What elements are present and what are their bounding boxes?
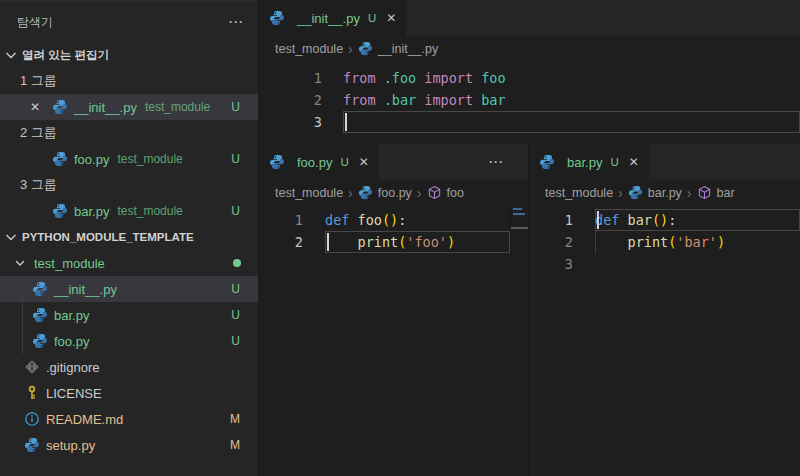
code-token <box>619 212 627 228</box>
code-token: print <box>358 234 399 250</box>
code-line-content[interactable]: print('bar') <box>595 231 800 253</box>
editor-actions-icon[interactable]: ⋯ <box>488 144 504 180</box>
code-token <box>376 92 384 108</box>
python-icon <box>269 10 285 26</box>
code-token: bar <box>628 212 652 228</box>
git-status-badge: M <box>230 412 240 426</box>
code-token: print <box>628 234 669 250</box>
chevron-down-icon <box>3 47 19 63</box>
python-icon <box>32 307 48 323</box>
minimap-slider[interactable] <box>511 227 528 229</box>
code-line-content[interactable]: from .foo import foo <box>343 67 800 89</box>
file-name: __init__.py <box>74 100 137 115</box>
code-token: 'foo' <box>406 234 447 250</box>
tab-__init__.py[interactable]: __init__.pyU✕ <box>259 0 406 36</box>
indent-guide <box>22 276 23 302</box>
file-tree: test_module__init__.pyUbar.pyUfoo.pyU.gi… <box>0 250 258 458</box>
breadcrumb-item[interactable]: test_module <box>275 186 343 200</box>
tab-bar: __init__.pyU✕ <box>259 0 800 36</box>
tab-foo.py[interactable]: foo.pyU✕ <box>259 144 379 180</box>
open-editor-item[interactable]: foo.pytest_moduleU <box>0 146 258 172</box>
tab-label: __init__.py <box>297 11 360 26</box>
code-token: bar <box>481 92 505 108</box>
close-icon[interactable]: ✕ <box>386 11 396 25</box>
file-description: test_module <box>117 152 182 166</box>
open-editors-group-label: 1 그룹 <box>0 68 258 94</box>
breadcrumb-item[interactable]: bar <box>717 186 735 200</box>
cube-icon <box>427 185 442 200</box>
line-number: 3 <box>259 111 343 133</box>
editor-groups: __init__.pyU✕test_module›__init__.py1fro… <box>259 0 800 476</box>
breadcrumb-item[interactable]: test_module <box>275 42 343 56</box>
code-line-content[interactable]: def bar(): <box>595 209 800 231</box>
tree-item-bar.py[interactable]: bar.pyU <box>0 302 258 328</box>
line-number: 3 <box>529 253 595 275</box>
tree-folder-test_module[interactable]: test_module <box>0 250 258 276</box>
code-line-content[interactable] <box>595 253 800 275</box>
code-line: 1from .foo import foo <box>259 67 800 89</box>
breadcrumb-item[interactable]: foo.py <box>378 186 412 200</box>
code-token: ) <box>717 234 725 250</box>
code-token: .bar <box>384 92 417 108</box>
code-line-content[interactable]: from .bar import bar <box>343 89 800 111</box>
python-icon <box>32 281 48 297</box>
open-editors-group-label: 2 그룹 <box>0 120 258 146</box>
chevron-right-icon: › <box>618 185 623 201</box>
breadcrumb[interactable]: test_module›foo.py›foo <box>259 180 528 205</box>
code-line: 3 <box>259 111 800 133</box>
file-name: bar.py <box>74 204 109 219</box>
tree-item-.gitignore[interactable]: .gitignore <box>0 354 258 380</box>
tree-item-foo.py[interactable]: foo.pyU <box>0 328 258 354</box>
more-actions-icon[interactable]: ⋯ <box>228 13 244 31</box>
python-icon <box>24 437 40 453</box>
tab-bar.py[interactable]: bar.pyU✕ <box>529 144 649 180</box>
tree-item-setup.py[interactable]: setup.pyM <box>0 432 258 458</box>
tree-item-README.md[interactable]: README.mdM <box>0 406 258 432</box>
code-line-content[interactable]: def foo(): <box>325 209 510 231</box>
editor-pane-init: __init__.pyU✕test_module›__init__.py1fro… <box>259 0 800 143</box>
code-token <box>376 70 384 86</box>
code-line: 1def bar(): <box>529 209 800 231</box>
open-editor-item[interactable]: bar.pytest_moduleU <box>0 198 258 224</box>
breadcrumb-item[interactable]: bar.py <box>648 186 682 200</box>
line-number: 2 <box>529 231 595 253</box>
breadcrumb-item[interactable]: test_module <box>545 186 613 200</box>
tree-item-LICENSE[interactable]: LICENSE <box>0 380 258 406</box>
bottom-editor-row: foo.pyU✕⋯test_module›foo.py›foo1def foo(… <box>259 143 800 476</box>
file-name: foo.py <box>74 152 109 167</box>
python-icon <box>628 185 643 200</box>
close-icon[interactable]: ✕ <box>359 155 369 169</box>
open-editor-item[interactable]: ✕__init__.pytest_moduleU <box>0 94 258 120</box>
python-icon <box>358 41 373 56</box>
tree-item-__init__.py[interactable]: __init__.pyU <box>0 276 258 302</box>
python-icon <box>52 203 68 219</box>
project-root-header[interactable]: PYTHON_MODULE_TEMPLATE <box>0 224 258 250</box>
code-token <box>473 70 481 86</box>
open-editors-header[interactable]: 열려 있는 편집기 <box>0 42 258 68</box>
breadcrumb-item[interactable]: __init__.py <box>378 42 438 56</box>
minimap[interactable] <box>510 205 528 253</box>
file-name: setup.py <box>46 438 95 453</box>
breadcrumb[interactable]: test_module›__init__.py <box>259 36 800 61</box>
code-line: 2 print('bar') <box>529 231 800 253</box>
code-line-content[interactable] <box>343 111 800 133</box>
close-icon[interactable]: ✕ <box>30 100 52 114</box>
code-token: import <box>424 92 473 108</box>
code-token: from <box>343 70 376 86</box>
breadcrumb-item[interactable]: foo <box>447 186 464 200</box>
file-name: LICENSE <box>46 386 102 401</box>
chevron-right-icon: › <box>687 185 692 201</box>
editor-pane-bar: bar.pyU✕test_module›bar.py›bar1def bar()… <box>529 144 800 476</box>
code-token: () <box>652 212 668 228</box>
sidebar-title-row: 탐색기 ⋯ <box>0 2 258 42</box>
open-editors-list: 1 그룹✕__init__.pytest_moduleU2 그룹foo.pyte… <box>0 68 258 224</box>
code-token <box>473 92 481 108</box>
code-line: 3 <box>529 253 800 275</box>
close-icon[interactable]: ✕ <box>629 155 639 169</box>
code-token: ) <box>447 234 455 250</box>
git-status-badge: U <box>231 204 240 218</box>
line-number: 2 <box>259 89 343 111</box>
project-root-label: PYTHON_MODULE_TEMPLATE <box>22 231 194 243</box>
breadcrumb[interactable]: test_module›bar.py›bar <box>529 180 800 205</box>
code-line-content[interactable]: print('foo') <box>325 231 510 253</box>
